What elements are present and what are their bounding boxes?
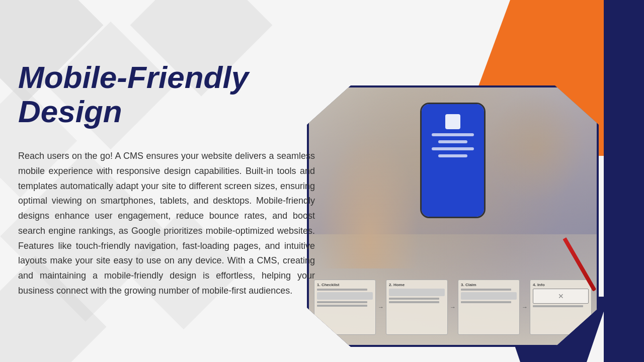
wireframe-card-2: 2. Home: [386, 280, 448, 335]
phone-content-line-3: [432, 147, 473, 150]
wf-line-6: [461, 289, 511, 291]
wf-line-2: [317, 301, 367, 303]
wf-line-7: [461, 301, 511, 303]
wireframe-card-3: 3. Claim: [458, 280, 520, 335]
wf-arrow-2: →: [450, 304, 456, 311]
wf-box-3: [461, 292, 517, 300]
wf-title-2: 2. Home: [389, 283, 445, 287]
content-left: Mobile-Friendly Design Reach users on th…: [18, 60, 315, 298]
wf-line-1: [317, 289, 367, 291]
phone-mockup: [420, 103, 486, 218]
hex-image-frame: 1. Checklist → 2. Home →: [307, 85, 599, 347]
wf-arrow-1: →: [378, 304, 384, 311]
phone-content-line-1: [432, 133, 473, 136]
navy-right-bar: [604, 0, 644, 362]
wf-line-4: [389, 298, 439, 300]
image-mockup: 1. Checklist → 2. Home →: [309, 87, 597, 345]
wf-xbox-1: [533, 289, 589, 304]
hand-area: [319, 128, 420, 268]
wf-title-4: 4. Info: [533, 283, 589, 287]
wf-line-8: [533, 305, 583, 307]
wf-box-2: [389, 289, 445, 296]
phone-content-line-2: [438, 140, 467, 143]
phone-screen: [422, 104, 484, 217]
wf-line-5: [389, 301, 439, 303]
wf-line-3: [317, 305, 367, 307]
slide-container: Mobile-Friendly Design Reach users on th…: [0, 0, 644, 362]
wf-arrow-3: →: [522, 304, 528, 311]
slide-title: Mobile-Friendly Design: [18, 60, 315, 129]
wireframe-row: 1. Checklist → 2. Home →: [314, 280, 592, 335]
wf-title-3: 3. Claim: [461, 283, 517, 287]
phone-app-icon: [445, 114, 460, 129]
slide-body-text: Reach users on the go! A CMS ensures you…: [18, 149, 315, 298]
wireframe-card-1: 1. Checklist: [314, 280, 376, 335]
wf-title-1: 1. Checklist: [317, 283, 373, 287]
image-container: 1. Checklist → 2. Home →: [307, 85, 599, 347]
wireframe-card-4: 4. Info: [530, 280, 592, 335]
wf-box-1: [317, 292, 373, 300]
phone-content-line-4: [438, 154, 467, 157]
